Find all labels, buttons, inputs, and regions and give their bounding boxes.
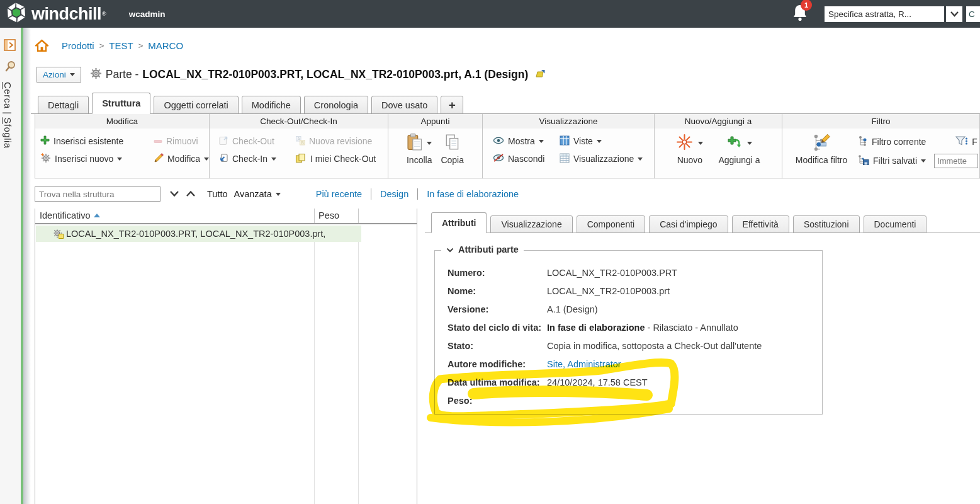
tab-struttura[interactable]: Struttura	[92, 93, 150, 114]
windchill-logo[interactable]: windchill ®	[5, 1, 106, 26]
config-spec-view[interactable]: Design	[380, 189, 408, 199]
lifecycle-label: Stato del ciclo di vita:	[448, 323, 547, 333]
edit-filter-button[interactable]: Modifica filtro	[791, 132, 852, 170]
paste-button[interactable]: Incolla	[407, 132, 432, 165]
saved-filters-button[interactable]: Filtri salvati	[858, 152, 926, 169]
views-button[interactable]: Viste	[560, 132, 654, 150]
detail-tab-documenti[interactable]: Documenti	[864, 215, 927, 233]
tree-root-row[interactable]: LOCAL_NX_TR2-010P003.PRT, LOCAL_NX_TR2-0…	[36, 226, 361, 242]
stato-label: Stato:	[448, 341, 547, 351]
new-burst-icon	[676, 134, 693, 152]
breadcrumb-marco[interactable]: MARCO	[148, 40, 183, 51]
new-button[interactable]: Nuovo	[676, 132, 703, 165]
chevron-down-icon	[169, 188, 179, 200]
tab-oggetti-correlati[interactable]: Oggetti correlati	[154, 96, 238, 114]
numero-value: LOCAL_NX_TR2-010P003.PRT	[547, 268, 822, 278]
display-button[interactable]: Visualizzazione	[560, 150, 654, 168]
tab-dettagli[interactable]: Dettagli	[38, 96, 89, 114]
detail-tab-effettivita[interactable]: Effettività	[732, 215, 789, 233]
structure-find-bar: Tutto Avanzata Più recente Design In fas…	[35, 186, 519, 202]
check-out-label: Check-Out	[232, 136, 274, 146]
detail-tab-componenti[interactable]: Componenti	[577, 215, 646, 233]
remove-button[interactable]: Rimuovi	[154, 132, 209, 150]
filter-clipped-button[interactable]: F	[955, 133, 977, 151]
detail-tab-sostituzioni[interactable]: Sostituzioni	[793, 215, 860, 233]
toolbar-section-modifica: Modifica Inserisci esistente Rimuovi	[35, 114, 210, 178]
hide-label: Nascondi	[508, 154, 544, 164]
identificativo-column-header[interactable]: Identificativo	[40, 210, 100, 220]
identificativo-label: Identificativo	[40, 210, 91, 220]
check-out-button[interactable]: Check-Out	[218, 132, 295, 150]
config-spec-latest[interactable]: Più recente	[316, 189, 362, 199]
home-icon[interactable]	[35, 39, 49, 52]
my-checkouts-button[interactable]: I miei Check-Out	[295, 150, 388, 168]
toolbar-section-appunti: Appunti Incolla	[388, 114, 483, 178]
group-collapse-toggle[interactable]: Attributi parte	[441, 244, 524, 255]
chevron-up-icon	[186, 188, 196, 200]
config-spec-state[interactable]: In fase di elaborazione	[427, 189, 519, 199]
detail-tabs: Attributi Visualizzazione Componenti Cas…	[431, 212, 926, 233]
tab-cronologia[interactable]: Cronologia	[304, 96, 368, 114]
show-button[interactable]: Mostra	[493, 132, 560, 150]
peso-column-header[interactable]: Peso	[318, 210, 339, 220]
display-label: Visualizzazione	[573, 154, 634, 164]
tree-table-header: Identificativo Peso	[35, 209, 417, 224]
label-divider: |	[3, 109, 13, 118]
detail-tab-visualizzazione[interactable]: Visualizzazione	[490, 215, 572, 233]
actions-menu-button[interactable]: Azioni	[37, 67, 81, 83]
check-in-label: Check-In	[232, 154, 268, 164]
column-divider[interactable]	[314, 209, 315, 223]
breadcrumb-prodotti[interactable]: Prodotti	[62, 40, 94, 51]
insert-new-button[interactable]: Inserisci nuovo	[40, 150, 154, 168]
hide-button[interactable]: Nascondi	[493, 150, 560, 168]
insert-existing-button[interactable]: Inserisci esistente	[40, 132, 154, 150]
global-search-input[interactable]	[966, 6, 980, 22]
search-icon[interactable]	[4, 60, 16, 76]
nome-label: Nome:	[448, 286, 547, 296]
tab-dove-usato[interactable]: Dove usato	[371, 96, 437, 114]
column-divider[interactable]	[358, 209, 359, 223]
windchill-app: windchill ® wcadmin 1	[0, 0, 980, 504]
sidebar-cerca-sfoglia-toggle[interactable]: Cerca | Sfoglia	[3, 82, 13, 149]
advanced-search-button[interactable]: Avanzata	[234, 189, 281, 199]
new-revision-icon: A B	[295, 135, 305, 147]
autore-value-link[interactable]: Site, Administrator	[547, 359, 822, 369]
column-guide	[314, 226, 315, 504]
find-previous-button[interactable]	[186, 188, 196, 200]
search-type-dropdown-button[interactable]	[946, 6, 962, 22]
copy-button[interactable]: Copia	[441, 132, 464, 165]
add-tab-button[interactable]: +	[441, 96, 463, 114]
registered-mark: ®	[102, 11, 106, 17]
minus-icon	[154, 136, 162, 146]
find-next-button[interactable]	[169, 188, 179, 200]
paste-label: Incolla	[407, 155, 432, 165]
find-in-structure-input[interactable]	[35, 186, 161, 202]
new-revision-button[interactable]: A B Nuova revisione	[295, 132, 388, 150]
svg-text:B: B	[301, 140, 303, 144]
notifications-button[interactable]: 1	[792, 3, 811, 25]
filter-clipped-label: F	[972, 137, 977, 147]
expand-navigator-icon[interactable]	[4, 39, 16, 54]
username-label: wcadmin	[129, 9, 166, 19]
structure-tree-panel: Identificativo Peso	[35, 209, 417, 504]
check-in-button[interactable]: Check-In	[218, 150, 295, 168]
filter-value-input[interactable]	[934, 154, 978, 168]
column-guide	[358, 226, 359, 504]
detail-tab-attributi[interactable]: Attributi	[431, 212, 487, 233]
search-type-selector[interactable]	[825, 6, 944, 22]
checked-out-flag-icon	[536, 68, 545, 81]
edit-button[interactable]: Modifica	[154, 150, 209, 168]
section-title: Check-Out/Check-In	[210, 114, 388, 129]
lifecycle-value: In fase di elaborazione - Rilasciato - A…	[547, 323, 822, 333]
scope-all-button[interactable]: Tutto	[207, 189, 228, 199]
copy-icon	[445, 134, 460, 153]
section-title: Modifica	[35, 114, 209, 129]
chevron-down-icon	[950, 8, 959, 20]
add-to-button[interactable]: Aggiungi a	[718, 132, 760, 165]
navigator-shadow	[23, 28, 31, 504]
tab-modifiche[interactable]: Modifiche	[242, 96, 301, 114]
detail-tab-casi-impiego[interactable]: Casi d'impiego	[649, 215, 728, 233]
breadcrumb-test[interactable]: TEST	[109, 40, 133, 51]
current-filter-button[interactable]: Filtro corrente	[858, 133, 926, 151]
breadcrumb: Prodotti > TEST > MARCO	[35, 39, 183, 52]
